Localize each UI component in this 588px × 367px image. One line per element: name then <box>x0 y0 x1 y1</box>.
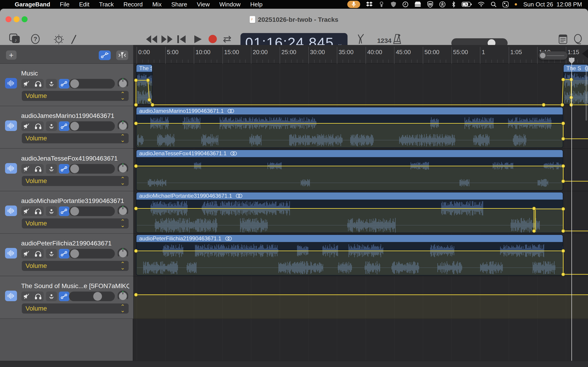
automation-parameter-select[interactable]: Volume⌃⌄ <box>22 91 129 101</box>
mute-button[interactable] <box>21 121 32 131</box>
track-name[interactable]: audioPeterFilichia21990463671 <box>21 240 112 247</box>
cycle-button[interactable] <box>222 35 233 44</box>
notepad-button[interactable] <box>559 34 567 44</box>
pan-knob[interactable] <box>118 78 128 89</box>
menu-mix[interactable]: Mix <box>152 1 162 8</box>
automation-parameter-select[interactable]: Volume⌃⌄ <box>22 133 129 143</box>
input-monitoring-button[interactable] <box>46 292 57 301</box>
count-in-button[interactable]: 1234 <box>377 37 391 44</box>
menu-help[interactable]: Help <box>250 1 262 8</box>
track-name[interactable]: audioJenaTesseFox41990463671 <box>21 155 118 162</box>
marquee-button[interactable] <box>116 50 128 60</box>
mute-button[interactable] <box>21 292 32 301</box>
show-automation-button[interactable] <box>99 50 111 60</box>
mute-button[interactable] <box>21 206 32 216</box>
menu-track[interactable]: Track <box>99 1 114 8</box>
track-volume-slider[interactable] <box>69 121 115 131</box>
metronome-button[interactable] <box>392 33 402 44</box>
track-header-2[interactable]: audioJamesMarino11990463671Volume⌃⌄ <box>0 106 133 149</box>
menu-window[interactable]: Window <box>219 1 241 8</box>
vertical-scrollbar[interactable] <box>586 66 587 121</box>
menu-file[interactable]: File <box>60 1 69 8</box>
solo-button[interactable] <box>33 79 44 89</box>
input-monitoring-button[interactable] <box>46 121 57 131</box>
keyboard-icon[interactable] <box>414 0 421 9</box>
track-automation-button[interactable] <box>59 292 69 301</box>
track-name[interactable]: audioMichaelPortantie31990463671 <box>21 197 124 205</box>
library-icon[interactable]: ♪ <box>9 33 20 44</box>
playhead-head[interactable] <box>569 57 575 64</box>
tuning-fork-icon[interactable] <box>355 34 366 44</box>
dropbox-icon[interactable] <box>366 0 372 9</box>
track-automation-button[interactable] <box>59 121 69 131</box>
tuner-clock-icon[interactable] <box>53 34 64 44</box>
solo-button[interactable] <box>33 249 44 259</box>
record-button[interactable] <box>208 34 217 44</box>
pan-knob[interactable] <box>118 248 128 259</box>
go-to-beginning-button[interactable] <box>177 35 186 43</box>
track-volume-slider[interactable] <box>69 206 115 216</box>
track-volume-slider[interactable] <box>69 292 115 301</box>
pan-knob[interactable] <box>118 163 128 174</box>
track-header-3[interactable]: audioJenaTesseFox41990463671Volume⌃⌄ <box>0 149 133 191</box>
rewind-button[interactable] <box>146 35 157 43</box>
track-header-5[interactable]: audioPeterFilichia21990463671Volume⌃⌄ <box>0 234 133 276</box>
track-header-1[interactable]: MusicVolume⌃⌄ <box>0 64 133 106</box>
track-name[interactable]: The Sound of Music...e [5FON7aMlKQM]_1 <box>21 282 129 290</box>
pencil-icon[interactable] <box>69 34 79 44</box>
spotlight-icon[interactable] <box>491 0 497 9</box>
pan-knob[interactable] <box>118 291 128 301</box>
fast-forward-button[interactable] <box>161 35 173 43</box>
track-automation-button[interactable] <box>59 79 69 89</box>
track-volume-thumb[interactable] <box>70 79 79 88</box>
passwords-icon[interactable] <box>427 0 433 9</box>
github-icon[interactable] <box>379 0 384 9</box>
add-track-button[interactable]: + <box>6 50 17 60</box>
accessibility-icon[interactable] <box>439 0 446 9</box>
input-monitoring-button[interactable] <box>46 249 57 259</box>
mute-button[interactable] <box>21 249 32 259</box>
automation-parameter-select[interactable]: Volume⌃⌄ <box>22 218 129 228</box>
input-monitoring-button[interactable] <box>46 206 57 216</box>
microphone-active-icon[interactable] <box>347 1 360 8</box>
solo-button[interactable] <box>33 206 44 216</box>
bluetooth-icon[interactable] <box>451 0 456 9</box>
control-center-icon[interactable] <box>502 0 509 9</box>
track-volume-slider[interactable] <box>69 249 115 259</box>
playhead[interactable] <box>571 57 572 361</box>
track-volume-thumb[interactable] <box>70 122 79 131</box>
track-volume-thumb[interactable] <box>70 249 79 258</box>
menu-record[interactable]: Record <box>123 1 143 8</box>
solo-button[interactable] <box>33 292 44 301</box>
input-monitoring-button[interactable] <box>46 164 57 174</box>
track-name[interactable]: audioJamesMarino11990463671 <box>21 112 114 119</box>
pan-knob[interactable] <box>118 120 128 131</box>
app-menu[interactable]: GarageBand <box>15 1 50 8</box>
wifi-icon[interactable] <box>478 0 485 9</box>
track-automation-button[interactable] <box>59 164 69 174</box>
automation-parameter-select[interactable]: Volume⌃⌄ <box>22 261 129 271</box>
solo-button[interactable] <box>33 164 44 174</box>
automation-overlay[interactable] <box>134 45 588 367</box>
adguard-icon[interactable] <box>390 0 397 9</box>
track-automation-button[interactable] <box>59 206 69 216</box>
menu-clock[interactable]: Sun Oct 26 12:08 PM <box>523 1 582 8</box>
track-header-6[interactable]: The Sound of Music...e [5FON7aMlKQM]_1Vo… <box>0 276 133 319</box>
menu-edit[interactable]: Edit <box>79 1 90 8</box>
quick-help-icon[interactable]: ? <box>30 34 40 44</box>
time-machine-icon[interactable] <box>402 0 408 9</box>
mute-button[interactable] <box>21 164 32 174</box>
track-name[interactable]: Music <box>21 70 38 77</box>
track-volume-thumb[interactable] <box>70 207 79 216</box>
track-volume-slider[interactable] <box>69 79 115 89</box>
pan-knob[interactable] <box>118 206 128 216</box>
loop-browser-button[interactable] <box>573 34 583 44</box>
automation-parameter-select[interactable]: Volume⌃⌄ <box>22 176 129 186</box>
play-button[interactable] <box>194 35 202 43</box>
menu-share[interactable]: Share <box>171 1 187 8</box>
track-header-4[interactable]: audioMichaelPortantie31990463671Volume⌃⌄ <box>0 191 133 234</box>
track-volume-thumb[interactable] <box>93 292 102 301</box>
mute-button[interactable] <box>21 79 32 89</box>
automation-parameter-select[interactable]: Volume⌃⌄ <box>22 303 129 314</box>
track-volume-slider[interactable] <box>69 164 115 174</box>
